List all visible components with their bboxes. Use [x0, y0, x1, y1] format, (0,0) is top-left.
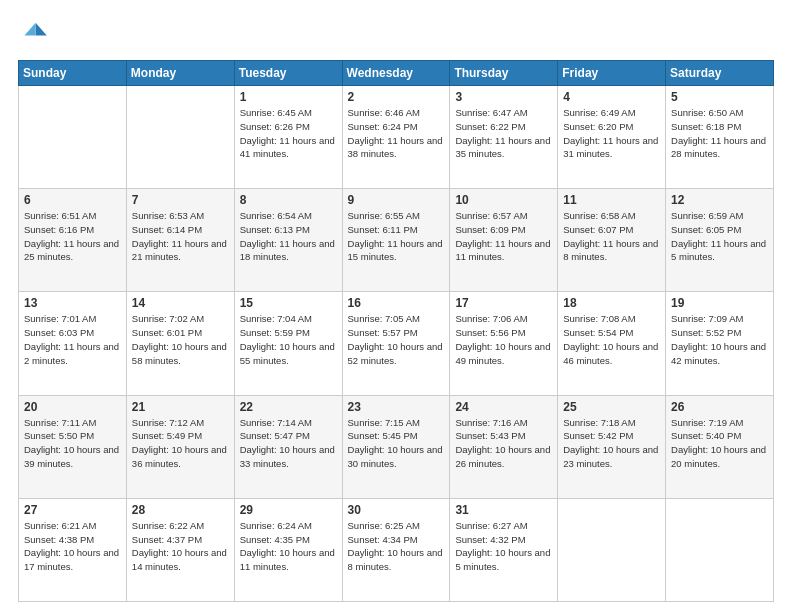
calendar-cell: [666, 498, 774, 601]
calendar-cell: [126, 86, 234, 189]
weekday-header-sunday: Sunday: [19, 61, 127, 86]
calendar-cell: 31Sunrise: 6:27 AM Sunset: 4:32 PM Dayli…: [450, 498, 558, 601]
calendar-cell: 1Sunrise: 6:45 AM Sunset: 6:26 PM Daylig…: [234, 86, 342, 189]
day-number: 11: [563, 193, 660, 207]
weekday-header-monday: Monday: [126, 61, 234, 86]
day-number: 13: [24, 296, 121, 310]
calendar-cell: 5Sunrise: 6:50 AM Sunset: 6:18 PM Daylig…: [666, 86, 774, 189]
day-number: 24: [455, 400, 552, 414]
calendar-cell: 8Sunrise: 6:54 AM Sunset: 6:13 PM Daylig…: [234, 189, 342, 292]
calendar-cell: 16Sunrise: 7:05 AM Sunset: 5:57 PM Dayli…: [342, 292, 450, 395]
calendar-cell: 7Sunrise: 6:53 AM Sunset: 6:14 PM Daylig…: [126, 189, 234, 292]
logo: [18, 18, 54, 50]
day-info: Sunrise: 7:11 AM Sunset: 5:50 PM Dayligh…: [24, 416, 121, 471]
calendar-body: 1Sunrise: 6:45 AM Sunset: 6:26 PM Daylig…: [19, 86, 774, 602]
day-number: 3: [455, 90, 552, 104]
day-info: Sunrise: 6:22 AM Sunset: 4:37 PM Dayligh…: [132, 519, 229, 574]
day-number: 7: [132, 193, 229, 207]
logo-icon: [18, 18, 50, 50]
day-info: Sunrise: 6:53 AM Sunset: 6:14 PM Dayligh…: [132, 209, 229, 264]
day-info: Sunrise: 6:55 AM Sunset: 6:11 PM Dayligh…: [348, 209, 445, 264]
calendar-cell: 20Sunrise: 7:11 AM Sunset: 5:50 PM Dayli…: [19, 395, 127, 498]
weekday-header-saturday: Saturday: [666, 61, 774, 86]
day-number: 16: [348, 296, 445, 310]
day-number: 17: [455, 296, 552, 310]
calendar-cell: 12Sunrise: 6:59 AM Sunset: 6:05 PM Dayli…: [666, 189, 774, 292]
day-info: Sunrise: 7:19 AM Sunset: 5:40 PM Dayligh…: [671, 416, 768, 471]
day-info: Sunrise: 6:57 AM Sunset: 6:09 PM Dayligh…: [455, 209, 552, 264]
calendar-cell: 30Sunrise: 6:25 AM Sunset: 4:34 PM Dayli…: [342, 498, 450, 601]
calendar-cell: [19, 86, 127, 189]
calendar-cell: 26Sunrise: 7:19 AM Sunset: 5:40 PM Dayli…: [666, 395, 774, 498]
day-number: 26: [671, 400, 768, 414]
calendar-cell: 19Sunrise: 7:09 AM Sunset: 5:52 PM Dayli…: [666, 292, 774, 395]
weekday-header-friday: Friday: [558, 61, 666, 86]
calendar-cell: 24Sunrise: 7:16 AM Sunset: 5:43 PM Dayli…: [450, 395, 558, 498]
calendar-header: SundayMondayTuesdayWednesdayThursdayFrid…: [19, 61, 774, 86]
calendar-week-4: 20Sunrise: 7:11 AM Sunset: 5:50 PM Dayli…: [19, 395, 774, 498]
day-info: Sunrise: 6:46 AM Sunset: 6:24 PM Dayligh…: [348, 106, 445, 161]
day-info: Sunrise: 7:02 AM Sunset: 6:01 PM Dayligh…: [132, 312, 229, 367]
day-info: Sunrise: 7:01 AM Sunset: 6:03 PM Dayligh…: [24, 312, 121, 367]
day-info: Sunrise: 6:25 AM Sunset: 4:34 PM Dayligh…: [348, 519, 445, 574]
calendar-cell: [558, 498, 666, 601]
day-info: Sunrise: 7:15 AM Sunset: 5:45 PM Dayligh…: [348, 416, 445, 471]
day-info: Sunrise: 7:16 AM Sunset: 5:43 PM Dayligh…: [455, 416, 552, 471]
calendar-table: SundayMondayTuesdayWednesdayThursdayFrid…: [18, 60, 774, 602]
day-info: Sunrise: 6:21 AM Sunset: 4:38 PM Dayligh…: [24, 519, 121, 574]
calendar-cell: 4Sunrise: 6:49 AM Sunset: 6:20 PM Daylig…: [558, 86, 666, 189]
day-number: 9: [348, 193, 445, 207]
svg-marker-1: [24, 23, 35, 36]
day-info: Sunrise: 6:51 AM Sunset: 6:16 PM Dayligh…: [24, 209, 121, 264]
day-number: 8: [240, 193, 337, 207]
day-info: Sunrise: 7:06 AM Sunset: 5:56 PM Dayligh…: [455, 312, 552, 367]
day-number: 10: [455, 193, 552, 207]
svg-marker-0: [36, 23, 47, 36]
day-info: Sunrise: 7:05 AM Sunset: 5:57 PM Dayligh…: [348, 312, 445, 367]
day-info: Sunrise: 6:54 AM Sunset: 6:13 PM Dayligh…: [240, 209, 337, 264]
day-info: Sunrise: 7:18 AM Sunset: 5:42 PM Dayligh…: [563, 416, 660, 471]
day-info: Sunrise: 7:09 AM Sunset: 5:52 PM Dayligh…: [671, 312, 768, 367]
header: [18, 18, 774, 50]
calendar-cell: 18Sunrise: 7:08 AM Sunset: 5:54 PM Dayli…: [558, 292, 666, 395]
day-info: Sunrise: 7:08 AM Sunset: 5:54 PM Dayligh…: [563, 312, 660, 367]
day-info: Sunrise: 6:50 AM Sunset: 6:18 PM Dayligh…: [671, 106, 768, 161]
calendar-cell: 14Sunrise: 7:02 AM Sunset: 6:01 PM Dayli…: [126, 292, 234, 395]
day-info: Sunrise: 7:04 AM Sunset: 5:59 PM Dayligh…: [240, 312, 337, 367]
day-info: Sunrise: 6:49 AM Sunset: 6:20 PM Dayligh…: [563, 106, 660, 161]
weekday-header-row: SundayMondayTuesdayWednesdayThursdayFrid…: [19, 61, 774, 86]
weekday-header-thursday: Thursday: [450, 61, 558, 86]
day-number: 27: [24, 503, 121, 517]
day-number: 12: [671, 193, 768, 207]
day-number: 4: [563, 90, 660, 104]
day-number: 14: [132, 296, 229, 310]
day-info: Sunrise: 6:58 AM Sunset: 6:07 PM Dayligh…: [563, 209, 660, 264]
day-info: Sunrise: 6:24 AM Sunset: 4:35 PM Dayligh…: [240, 519, 337, 574]
calendar-cell: 25Sunrise: 7:18 AM Sunset: 5:42 PM Dayli…: [558, 395, 666, 498]
day-number: 28: [132, 503, 229, 517]
day-number: 6: [24, 193, 121, 207]
day-number: 22: [240, 400, 337, 414]
day-info: Sunrise: 6:47 AM Sunset: 6:22 PM Dayligh…: [455, 106, 552, 161]
weekday-header-tuesday: Tuesday: [234, 61, 342, 86]
calendar-cell: 28Sunrise: 6:22 AM Sunset: 4:37 PM Dayli…: [126, 498, 234, 601]
day-number: 19: [671, 296, 768, 310]
calendar-cell: 6Sunrise: 6:51 AM Sunset: 6:16 PM Daylig…: [19, 189, 127, 292]
calendar-week-2: 6Sunrise: 6:51 AM Sunset: 6:16 PM Daylig…: [19, 189, 774, 292]
calendar-cell: 29Sunrise: 6:24 AM Sunset: 4:35 PM Dayli…: [234, 498, 342, 601]
calendar-week-5: 27Sunrise: 6:21 AM Sunset: 4:38 PM Dayli…: [19, 498, 774, 601]
day-info: Sunrise: 6:45 AM Sunset: 6:26 PM Dayligh…: [240, 106, 337, 161]
day-info: Sunrise: 6:27 AM Sunset: 4:32 PM Dayligh…: [455, 519, 552, 574]
day-number: 30: [348, 503, 445, 517]
calendar-cell: 21Sunrise: 7:12 AM Sunset: 5:49 PM Dayli…: [126, 395, 234, 498]
day-number: 2: [348, 90, 445, 104]
day-info: Sunrise: 7:12 AM Sunset: 5:49 PM Dayligh…: [132, 416, 229, 471]
day-number: 20: [24, 400, 121, 414]
calendar-cell: 11Sunrise: 6:58 AM Sunset: 6:07 PM Dayli…: [558, 189, 666, 292]
calendar-week-3: 13Sunrise: 7:01 AM Sunset: 6:03 PM Dayli…: [19, 292, 774, 395]
day-number: 23: [348, 400, 445, 414]
day-number: 31: [455, 503, 552, 517]
day-number: 29: [240, 503, 337, 517]
day-number: 15: [240, 296, 337, 310]
calendar-cell: 2Sunrise: 6:46 AM Sunset: 6:24 PM Daylig…: [342, 86, 450, 189]
